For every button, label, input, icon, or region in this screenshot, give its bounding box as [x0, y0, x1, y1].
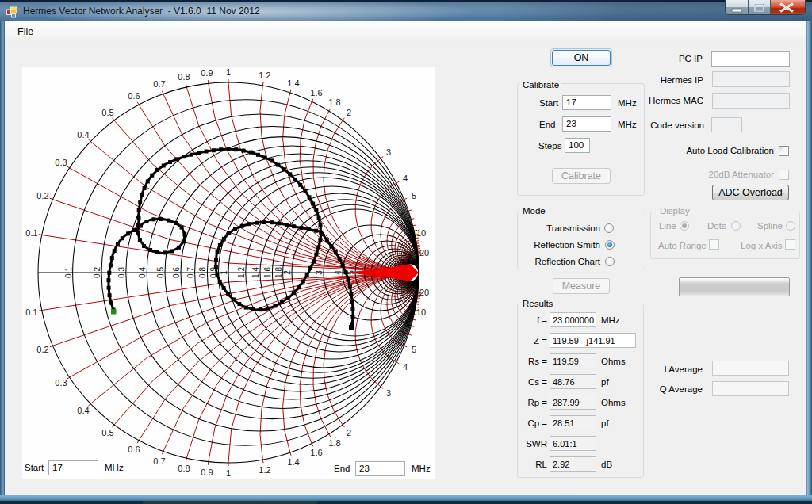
svg-text:1.8: 1.8 — [274, 267, 283, 278]
svg-text:2: 2 — [283, 270, 292, 275]
svg-text:2: 2 — [347, 428, 351, 437]
svg-text:0.8: 0.8 — [178, 72, 190, 82]
svg-text:4: 4 — [403, 362, 408, 372]
svg-text:1.2: 1.2 — [259, 71, 270, 80]
svg-text:0.1: 0.1 — [64, 267, 73, 278]
svg-text:0.8: 0.8 — [178, 464, 190, 473]
svg-text:0.1: 0.1 — [25, 228, 37, 238]
svg-text:1: 1 — [226, 67, 231, 77]
svg-text:0.5: 0.5 — [156, 267, 165, 278]
svg-text:1.8: 1.8 — [328, 438, 340, 448]
svg-text:1.8: 1.8 — [328, 97, 340, 107]
svg-text:0.9: 0.9 — [201, 68, 213, 78]
svg-text:0.4: 0.4 — [138, 267, 147, 278]
svg-text:2: 2 — [347, 108, 351, 117]
svg-text:20: 20 — [419, 248, 429, 258]
svg-text:10: 10 — [416, 228, 426, 238]
svg-text:10: 10 — [416, 307, 426, 317]
svg-text:5: 5 — [412, 345, 416, 354]
svg-text:1.2: 1.2 — [259, 465, 270, 475]
svg-text:5: 5 — [412, 191, 416, 200]
svg-text:1.6: 1.6 — [310, 88, 322, 97]
svg-text:3: 3 — [315, 270, 324, 275]
svg-text:0.6: 0.6 — [172, 267, 181, 278]
svg-text:0.4: 0.4 — [77, 130, 89, 139]
svg-text:0.9: 0.9 — [201, 468, 213, 477]
svg-text:4: 4 — [334, 270, 343, 275]
svg-text:1.2: 1.2 — [237, 267, 246, 278]
svg-text:20: 20 — [419, 288, 429, 297]
svg-text:0.5: 0.5 — [102, 428, 113, 437]
svg-text:0.3: 0.3 — [55, 378, 67, 388]
svg-text:0.3: 0.3 — [117, 267, 126, 278]
svg-text:0.8: 0.8 — [198, 267, 207, 278]
svg-text:1.4: 1.4 — [251, 267, 260, 278]
svg-text:4: 4 — [403, 174, 408, 183]
svg-text:0.6: 0.6 — [128, 91, 140, 101]
svg-text:0.6: 0.6 — [128, 445, 140, 454]
svg-text:0.5: 0.5 — [102, 108, 113, 117]
svg-text:3: 3 — [386, 147, 391, 157]
svg-text:0.1: 0.1 — [25, 307, 37, 317]
svg-text:0.4: 0.4 — [77, 406, 89, 415]
svg-text:1: 1 — [226, 468, 231, 478]
svg-text:1.4: 1.4 — [287, 78, 299, 88]
svg-text:1.6: 1.6 — [310, 448, 322, 457]
svg-text:0.7: 0.7 — [153, 79, 165, 89]
svg-text:0.2: 0.2 — [36, 345, 48, 354]
svg-text:0.7: 0.7 — [153, 456, 165, 466]
svg-text:1.4: 1.4 — [287, 457, 299, 467]
svg-text:0.2: 0.2 — [36, 191, 48, 200]
svg-text:0.3: 0.3 — [55, 158, 67, 167]
svg-text:1: 1 — [220, 270, 228, 275]
svg-text:0.7: 0.7 — [186, 267, 195, 278]
svg-text:1.6: 1.6 — [263, 267, 272, 278]
svg-text:0.2: 0.2 — [93, 267, 102, 278]
svg-text:3: 3 — [386, 388, 391, 398]
